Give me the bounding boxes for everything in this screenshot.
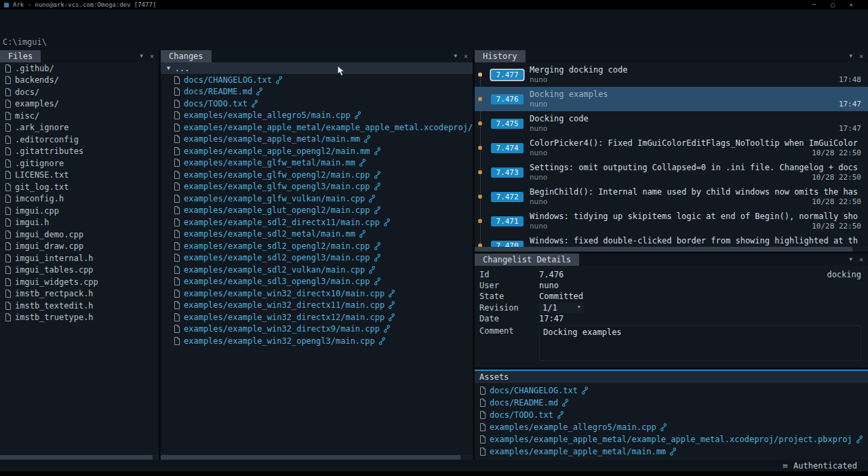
changed-file-row[interactable]: docs/README.md	[161, 86, 473, 98]
asset-row[interactable]: docs/TODO.txt	[475, 409, 868, 421]
file-tree-item[interactable]: imstb_textedit.h	[0, 300, 159, 312]
file-tree-item[interactable]: imstb_truetype.h	[0, 312, 159, 324]
maximize-icon[interactable]: ▢	[831, 1, 834, 8]
file-tree-item[interactable]: backends/	[0, 75, 159, 87]
file-icon	[174, 254, 180, 262]
history-tab[interactable]: History	[475, 50, 526, 62]
file-tree-item[interactable]: imstb_rectpack.h	[0, 288, 159, 300]
file-icon	[5, 64, 12, 73]
minimize-icon[interactable]: ─	[812, 1, 816, 8]
changed-file-row[interactable]: examples/example_apple_opengl2/main.mm	[161, 145, 473, 157]
changed-file-row[interactable]: examples/example_apple_metal/example_app…	[161, 121, 473, 134]
filter-icon[interactable]: ▼	[140, 54, 143, 59]
history-entry[interactable]: 7.477 Merging docking code nuno 17:48	[475, 62, 868, 87]
changed-file-row[interactable]: examples/example_win32_directx11/main.cp…	[161, 300, 473, 312]
changes-horizontal-scrollbar[interactable]	[161, 455, 473, 460]
file-tree-item[interactable]: imgui.h	[0, 217, 159, 229]
changed-file-row[interactable]: docs/CHANGELOG.txt	[161, 74, 473, 86]
scrollbar-thumb[interactable]	[0, 455, 153, 460]
file-tree-item[interactable]: imgui_demo.cpp	[0, 229, 159, 241]
expand-icon[interactable]: ▼	[167, 66, 170, 71]
changes-tab[interactable]: Changes	[161, 50, 212, 62]
changeset-text: Docking code nuno	[530, 113, 868, 134]
asset-row[interactable]: docs/README.md	[475, 397, 868, 409]
changed-file-name: examples/example_apple_opengl2/main.mm	[184, 146, 370, 156]
asset-row[interactable]: examples/example_apple_metal/example_app…	[475, 433, 868, 445]
file-name: imgui_internal.h	[15, 254, 94, 263]
scrollbar-thumb[interactable]	[475, 247, 852, 252]
detail-field-label: Revision	[479, 303, 539, 313]
changed-file-row[interactable]: examples/example_sdl2_vulkan/main.cpp	[161, 264, 473, 276]
timeline-dot-icon	[478, 170, 482, 174]
file-tree-item[interactable]: .ark_ignore	[0, 122, 159, 134]
files-tab[interactable]: Files	[0, 50, 41, 62]
changed-file-row[interactable]: examples/example_allegro5/main.cpp	[161, 110, 473, 122]
file-tree-item[interactable]: imgui_tables.cpp	[0, 264, 159, 277]
file-tree-item[interactable]: .gitignore	[0, 157, 159, 170]
file-tree-item[interactable]: .gitattributes	[0, 146, 159, 158]
changed-file-row[interactable]: examples/example_win32_directx10/main.cp…	[161, 287, 473, 300]
changed-file-row[interactable]: examples/example_win32_directx9/main.cpp	[161, 323, 473, 336]
changed-file-row[interactable]: examples/example_glut_opengl2/main.cpp	[161, 205, 473, 217]
history-entry[interactable]: 7.472 BeginChild(): Internal name used b…	[475, 184, 868, 209]
file-tree-item[interactable]: .github/	[0, 62, 159, 75]
filter-icon[interactable]: ▼	[454, 54, 457, 59]
close-panel-icon[interactable]: ✕	[150, 53, 154, 60]
close-panel-icon[interactable]: ✕	[859, 256, 863, 263]
changed-file-row[interactable]: examples/example_sdl2_opengl3/main.cpp	[161, 252, 473, 264]
scrollbar-thumb[interactable]	[161, 455, 460, 460]
changed-file-row[interactable]: examples/example_apple_metal/main.mm	[161, 134, 473, 146]
file-tree-item[interactable]: LICENSE.txt	[0, 170, 159, 182]
file-tree-item[interactable]: misc/	[0, 110, 159, 122]
asset-row[interactable]: examples/example_allegro5/main.cpp	[475, 421, 868, 433]
changed-file-row[interactable]: examples/example_sdl2_directx11/main.cpp	[161, 216, 473, 229]
changed-file-row[interactable]: examples/example_glfw_vulkan/main.cpp	[161, 193, 473, 205]
filter-icon[interactable]: ▼	[849, 257, 852, 262]
assets-header[interactable]: Assets	[475, 371, 868, 383]
changed-file-row[interactable]: examples/example_glfw_opengl3/main.cpp	[161, 181, 473, 193]
file-tree-item[interactable]: imgui_internal.h	[0, 252, 159, 264]
file-tree-item[interactable]: docs/	[0, 86, 159, 98]
chevron-down-icon[interactable]: ▼	[578, 305, 580, 310]
close-icon[interactable]: ✕	[850, 1, 853, 8]
changed-file-name: examples/example_win32_opengl3/main.cpp	[184, 336, 375, 346]
close-panel-icon[interactable]: ✕	[859, 53, 863, 60]
history-entry[interactable]: 7.471 Windows: tidying up skipitems logi…	[475, 209, 868, 233]
file-name: imgui.cpp	[15, 206, 59, 216]
history-entry[interactable]: 7.470 Windows: fixed double-clicked bord…	[475, 233, 868, 247]
changelist-details-tab[interactable]: Changelist Details	[475, 254, 579, 266]
changed-file-row[interactable]: examples/example_sdl2_metal/main.mm	[161, 229, 473, 241]
bottom-strip	[0, 471, 868, 476]
file-tree-item[interactable]: .editorconfig	[0, 134, 159, 146]
history-entry[interactable]: 7.475 Docking code nuno 17:47	[475, 111, 868, 136]
changed-file-name: examples/example_win32_directx10/main.cp…	[184, 289, 384, 298]
files-horizontal-scrollbar[interactable]	[0, 455, 159, 460]
history-horizontal-scrollbar[interactable]	[475, 247, 868, 252]
history-entry[interactable]: 7.476 Docking examples nuno 17:47	[475, 87, 868, 111]
timeline-dot-icon	[478, 97, 482, 101]
file-tree-item[interactable]: git_log.txt	[0, 181, 159, 193]
asset-row[interactable]: examples/example_apple_metal/main.mm	[475, 445, 868, 458]
changed-file-row[interactable]: examples/example_sdl3_opengl3/main.cpp	[161, 276, 473, 288]
changed-file-row[interactable]: examples/example_sdl2_opengl2/main.cpp	[161, 240, 473, 252]
asset-row[interactable]: docs/CHANGELOG.txt	[475, 384, 868, 397]
revision-badge: 7.477	[491, 70, 524, 80]
file-tree-item[interactable]: imgui_draw.cpp	[0, 241, 159, 253]
history-entry[interactable]: 7.474 ColorPicker4(): Fixed ImGuiColorEd…	[475, 136, 868, 160]
close-panel-icon[interactable]: ✕	[464, 53, 468, 60]
file-name: imstb_truetype.h	[15, 313, 94, 322]
history-entry[interactable]: 7.473 Settings: omit outputing Collapsed…	[475, 160, 868, 184]
file-tree-item[interactable]: imgui.cpp	[0, 205, 159, 217]
file-tree-item[interactable]: imgui_widgets.cpp	[0, 276, 159, 288]
detail-field-value-wrap: 17:47 ▼	[539, 314, 564, 323]
changed-file-row[interactable]: examples/example_win32_directx12/main.cp…	[161, 311, 473, 323]
changed-file-row[interactable]: examples/example_glfw_metal/main.mm	[161, 157, 473, 170]
changed-file-row[interactable]: examples/example_win32_opengl3/main.cpp	[161, 335, 473, 347]
changed-file-row[interactable]: examples/example_glfw_opengl2/main.cpp	[161, 169, 473, 181]
file-tree-item[interactable]: imconfig.h	[0, 193, 159, 205]
file-tree-item[interactable]: examples/	[0, 98, 159, 111]
changed-fork-icon	[388, 290, 395, 298]
changed-file-row[interactable]: docs/TODO.txt	[161, 98, 473, 110]
changes-root-row[interactable]: ▼ ...	[161, 62, 473, 74]
filter-icon[interactable]: ▼	[849, 54, 852, 59]
